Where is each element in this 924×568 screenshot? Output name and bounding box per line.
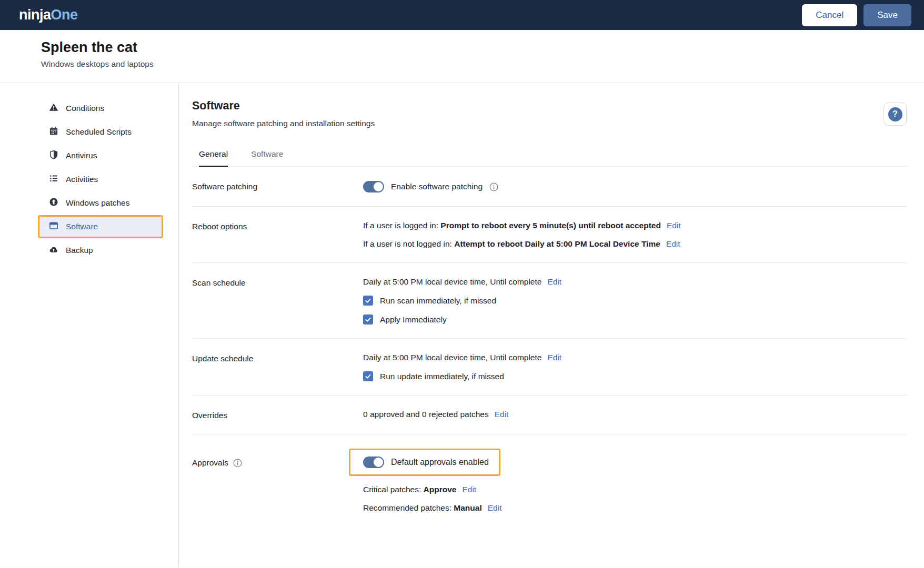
recommended-patches-value: Manual xyxy=(454,503,481,513)
arrow-up-circle-icon xyxy=(49,197,58,209)
critical-patches-prefix: Critical patches: xyxy=(363,485,421,494)
reboot-not-logged-in-prefix: If a user is not logged in: xyxy=(363,239,452,249)
browser-window-icon xyxy=(49,221,58,232)
recommended-patches-prefix: Recommended patches: xyxy=(363,503,451,513)
sidebar-item-conditions[interactable]: Conditions xyxy=(38,97,163,120)
tab-general[interactable]: General xyxy=(199,146,228,167)
page-subtitle: Windows desktops and laptops xyxy=(41,59,924,69)
sidebar-item-scheduled-scripts[interactable]: Scheduled Scripts xyxy=(38,120,163,144)
row-update-schedule: Update schedule Daily at 5:00 PM local d… xyxy=(192,339,907,395)
run-update-immediately-checkbox[interactable] xyxy=(363,371,373,381)
scan-schedule-label: Scan schedule xyxy=(192,277,363,324)
sidebar-item-windows-patches[interactable]: Windows patches xyxy=(38,191,163,215)
list-icon xyxy=(49,174,58,185)
reboot-logged-in-edit-link[interactable]: Edit xyxy=(667,221,681,230)
section-subtitle: Manage software patching and installatio… xyxy=(192,119,375,128)
page-header: Spleen the cat Windows desktops and lapt… xyxy=(0,30,924,83)
settings-tabs: General Software xyxy=(192,146,907,167)
sidebar-item-activities[interactable]: Activities xyxy=(38,168,163,191)
recommended-patches-edit-link[interactable]: Edit xyxy=(488,503,502,513)
logo-one-text: One xyxy=(51,7,78,23)
software-patching-label: Software patching xyxy=(192,181,363,192)
scan-schedule-value: Daily at 5:00 PM local device time, Unti… xyxy=(363,277,541,287)
software-patching-toggle-label: Enable software patching xyxy=(391,182,483,191)
calendar-icon xyxy=(49,126,58,138)
row-reboot-options: Reboot options If a user is logged in: P… xyxy=(192,207,907,263)
page-title: Spleen the cat xyxy=(41,39,924,56)
overrides-edit-link[interactable]: Edit xyxy=(495,410,509,419)
policy-sidebar: Conditions Scheduled Scripts Antivirus A… xyxy=(0,83,179,567)
run-scan-immediately-checkbox[interactable] xyxy=(363,296,373,306)
save-button[interactable]: Save xyxy=(863,4,911,26)
reboot-not-logged-in-value: Attempt to reboot Daily at 5:00 PM Local… xyxy=(454,239,660,249)
sidebar-item-label: Scheduled Scripts xyxy=(66,127,132,137)
approvals-label: Approvals xyxy=(192,458,228,468)
software-patching-toggle[interactable] xyxy=(363,181,384,192)
default-approvals-toggle[interactable] xyxy=(363,457,384,468)
reboot-options-label: Reboot options xyxy=(192,221,363,249)
apply-immediately-label: Apply Immediately xyxy=(380,315,447,324)
sidebar-item-label: Activities xyxy=(66,175,98,184)
critical-patches-edit-link[interactable]: Edit xyxy=(462,485,476,494)
update-schedule-label: Update schedule xyxy=(192,353,363,381)
row-overrides: Overrides 0 approved and 0 rejected patc… xyxy=(192,395,907,434)
topbar-actions: Cancel Save xyxy=(802,4,911,26)
sidebar-item-label: Software xyxy=(66,222,98,231)
cloud-icon xyxy=(49,245,58,256)
ninjaone-logo: ninjaOne xyxy=(19,7,78,23)
row-approvals: Approvals Default approvals enabled Crit… xyxy=(192,434,907,526)
sidebar-item-label: Antivirus xyxy=(66,151,97,160)
logo-ninja-text: ninja xyxy=(19,7,51,23)
run-scan-immediately-label: Run scan immediately, if missed xyxy=(380,296,496,306)
sidebar-item-label: Conditions xyxy=(66,104,104,113)
reboot-logged-in-prefix: If a user is logged in: xyxy=(363,221,438,230)
update-schedule-value: Daily at 5:00 PM local device time, Unti… xyxy=(363,353,541,362)
top-bar: ninjaOne Cancel Save xyxy=(0,0,924,30)
sidebar-item-backup[interactable]: Backup xyxy=(38,239,163,262)
info-icon[interactable] xyxy=(489,182,498,191)
sidebar-item-label: Backup xyxy=(66,246,93,255)
reboot-logged-in-value: Prompt to reboot every 5 minute(s) until… xyxy=(440,221,661,230)
reboot-not-logged-in-edit-link[interactable]: Edit xyxy=(666,239,680,249)
sidebar-item-software[interactable]: Software xyxy=(38,215,163,238)
shield-icon xyxy=(49,150,58,161)
software-settings-panel: Software Manage software patching and in… xyxy=(179,83,924,567)
run-update-immediately-label: Run update immediately, if missed xyxy=(380,372,504,381)
warning-triangle-icon xyxy=(49,103,58,114)
section-title: Software xyxy=(192,99,375,113)
row-scan-schedule: Scan schedule Daily at 5:00 PM local dev… xyxy=(192,263,907,339)
overrides-value: 0 approved and 0 rejected patches xyxy=(363,410,489,419)
scan-schedule-edit-link[interactable]: Edit xyxy=(547,277,561,287)
sidebar-item-antivirus[interactable]: Antivirus xyxy=(38,144,163,167)
sidebar-item-label: Windows patches xyxy=(66,198,129,208)
apply-immediately-checkbox[interactable] xyxy=(363,315,373,324)
question-mark-icon: ? xyxy=(888,107,902,121)
default-approvals-highlight: Default approvals enabled xyxy=(349,449,500,476)
update-schedule-edit-link[interactable]: Edit xyxy=(547,353,561,362)
critical-patches-value: Approve xyxy=(424,485,457,494)
default-approvals-toggle-label: Default approvals enabled xyxy=(391,458,489,467)
cancel-button[interactable]: Cancel xyxy=(802,4,857,26)
tab-software[interactable]: Software xyxy=(251,146,283,167)
help-button[interactable]: ? xyxy=(883,103,907,126)
overrides-label: Overrides xyxy=(192,410,363,420)
info-icon[interactable] xyxy=(233,459,242,468)
row-software-patching: Software patching Enable software patchi… xyxy=(192,167,907,207)
